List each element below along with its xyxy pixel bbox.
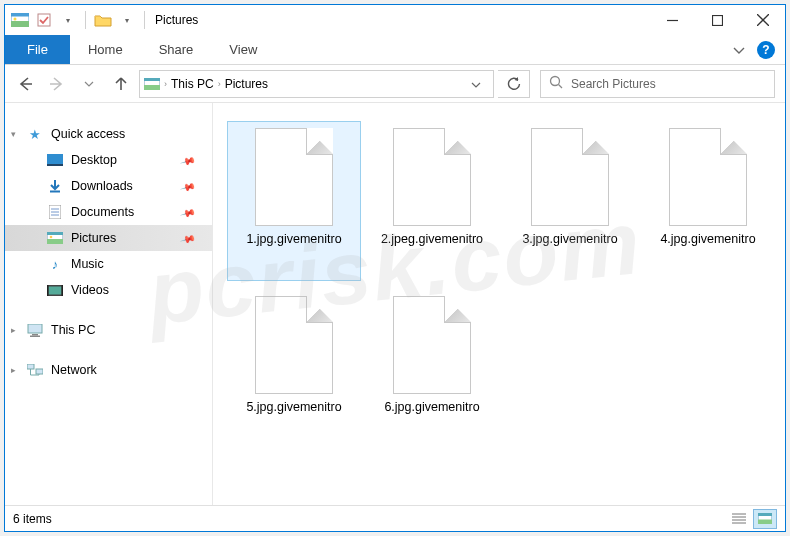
videos-icon [47,282,63,298]
svg-rect-30 [32,334,38,336]
svg-rect-1 [11,13,29,17]
svg-rect-27 [47,285,49,296]
file-label: 1.jpg.givemenitro [242,232,345,248]
sidebar-item-music[interactable]: ♪ Music [5,251,212,277]
quick-access-toolbar: ▾ ▾ [5,11,147,29]
svg-point-24 [50,236,53,239]
window-title: Pictures [155,13,198,27]
forward-button[interactable] [43,70,71,98]
svg-rect-4 [38,14,50,26]
folder-icon [94,12,112,28]
title-separator [144,11,145,29]
chevron-right-icon[interactable]: › [218,79,221,89]
svg-rect-15 [47,164,63,166]
breadcrumb-dropdown[interactable] [463,77,489,91]
body: ▾ ★ Quick access Desktop 📌 Downloads 📌 D… [5,103,785,505]
file-area[interactable]: 1.jpg.givemenitro 2.jpeg.givemenitro 3.j… [213,103,785,505]
properties-qat-icon[interactable] [35,12,53,28]
statusbar: 6 items [5,505,785,531]
sidebar-item-label: Desktop [71,153,117,167]
star-icon: ★ [27,126,43,142]
breadcrumb-this-pc[interactable]: This PC [171,77,214,91]
file-item[interactable]: 4.jpg.givemenitro [641,121,775,281]
tab-share[interactable]: Share [141,35,212,64]
file-item[interactable]: 6.jpg.givemenitro [365,289,499,449]
breadcrumb[interactable]: › This PC › Pictures [139,70,494,98]
svg-rect-14 [47,154,63,164]
chevron-right-icon[interactable]: ▸ [11,365,21,375]
refresh-button[interactable] [498,70,530,98]
network-icon [27,362,43,378]
minimize-button[interactable] [650,5,695,35]
app-icon [11,12,29,28]
file-icon [255,128,333,226]
window-controls [650,5,785,35]
sidebar-item-downloads[interactable]: Downloads 📌 [5,173,212,199]
expand-ribbon-icon[interactable] [733,41,745,59]
view-icons-button[interactable] [753,509,777,529]
folder-dropdown-icon[interactable]: ▾ [118,12,136,28]
navigation-bar: › This PC › Pictures Search Pictures [5,65,785,103]
file-label: 2.jpeg.givemenitro [377,232,487,248]
pin-icon: 📌 [180,152,196,168]
svg-rect-26 [49,286,62,294]
svg-rect-6 [713,15,723,25]
sidebar-quick-access[interactable]: ▾ ★ Quick access [5,121,212,147]
sidebar-item-label: Videos [71,283,109,297]
file-label: 6.jpg.givemenitro [380,400,483,416]
ribbon: File Home Share View ? [5,35,785,65]
pin-icon: 📌 [180,178,196,194]
svg-rect-43 [758,520,772,525]
explorer-window: pcrisk.com ▾ ▾ Pictures File Home [4,4,786,532]
search-input[interactable]: Search Pictures [540,70,775,98]
search-icon [549,75,563,92]
svg-rect-28 [62,285,64,296]
up-button[interactable] [107,70,135,98]
sidebar-item-pictures[interactable]: Pictures 📌 [5,225,212,251]
chevron-down-icon[interactable]: ▾ [11,129,21,139]
sidebar-this-pc[interactable]: ▸ This PC [5,317,212,343]
close-button[interactable] [740,5,785,35]
svg-rect-32 [27,364,34,369]
recent-dropdown[interactable] [75,70,103,98]
sidebar-item-videos[interactable]: Videos [5,277,212,303]
navigation-pane[interactable]: ▾ ★ Quick access Desktop 📌 Downloads 📌 D… [5,103,213,505]
file-label: 3.jpg.givemenitro [518,232,621,248]
breadcrumb-pictures[interactable]: Pictures [225,77,268,91]
svg-rect-22 [47,232,63,235]
search-placeholder: Search Pictures [571,77,656,91]
file-item[interactable]: 2.jpeg.givemenitro [365,121,499,281]
sidebar-item-label: Pictures [71,231,116,245]
sidebar-network[interactable]: ▸ Network [5,357,212,383]
file-item[interactable]: 5.jpg.givemenitro [227,289,361,449]
this-pc-icon [27,322,43,338]
pin-icon: 📌 [180,230,196,246]
tab-file[interactable]: File [5,35,70,64]
downloads-icon [47,178,63,194]
svg-point-3 [14,18,17,21]
file-icon [393,128,471,226]
sidebar-item-label: Documents [71,205,134,219]
svg-rect-23 [47,239,63,244]
chevron-right-icon[interactable]: › [164,79,167,89]
view-details-button[interactable] [727,509,751,529]
desktop-icon [47,152,63,168]
documents-icon [47,204,63,220]
svg-rect-10 [144,78,160,81]
back-button[interactable] [11,70,39,98]
chevron-right-icon[interactable]: ▸ [11,325,21,335]
svg-line-13 [559,85,563,89]
maximize-button[interactable] [695,5,740,35]
sidebar-item-desktop[interactable]: Desktop 📌 [5,147,212,173]
svg-rect-29 [28,324,42,333]
file-item[interactable]: 1.jpg.givemenitro [227,121,361,281]
tab-home[interactable]: Home [70,35,141,64]
tab-view[interactable]: View [211,35,275,64]
qat-dropdown-icon[interactable]: ▾ [59,12,77,28]
qat-separator [85,11,86,29]
file-item[interactable]: 3.jpg.givemenitro [503,121,637,281]
help-icon[interactable]: ? [757,41,775,59]
sidebar-item-documents[interactable]: Documents 📌 [5,199,212,225]
item-count: 6 items [13,512,52,526]
svg-rect-2 [11,21,29,27]
